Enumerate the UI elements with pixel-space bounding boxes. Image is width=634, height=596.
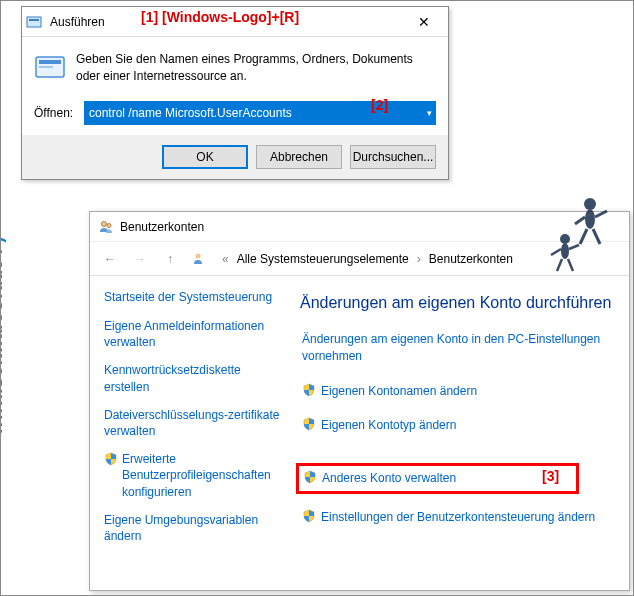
annotation-3: [3] xyxy=(542,468,559,484)
svg-point-9 xyxy=(585,209,595,229)
svg-line-12 xyxy=(580,229,587,244)
svg-line-18 xyxy=(557,259,562,271)
run-title-icon xyxy=(26,14,42,30)
nav-forward-button[interactable]: → xyxy=(128,247,152,271)
svg-rect-1 xyxy=(29,19,39,21)
sidebar-home-link[interactable]: Startseite der Systemsteuerung xyxy=(104,290,282,304)
close-button[interactable]: ✕ xyxy=(404,8,444,36)
cp-title: Benutzerkonten xyxy=(120,220,204,234)
link-manage-other-account[interactable]: Anderes Konto verwalten xyxy=(296,463,579,494)
annotation-1: [1] [Windows-Logo]+[R] xyxy=(141,9,299,25)
open-label: Öffnen: xyxy=(34,106,74,120)
svg-point-5 xyxy=(102,221,107,226)
shield-icon xyxy=(302,509,316,523)
svg-line-11 xyxy=(595,211,607,217)
link-uac-settings[interactable]: Einstellungen der Benutzerkontensteuerun… xyxy=(300,506,619,529)
annotation-2: [2] xyxy=(371,97,388,113)
svg-point-15 xyxy=(561,243,569,259)
watermark: www.SoftwareOK.de :-) xyxy=(0,237,7,435)
browse-button[interactable]: Durchsuchen... xyxy=(350,145,436,169)
sidebar-item-env-vars[interactable]: Eigene Umgebungsvariablen ändern xyxy=(104,512,282,544)
svg-line-17 xyxy=(569,245,579,249)
shield-icon xyxy=(104,452,118,466)
svg-line-10 xyxy=(575,217,585,224)
breadcrumb-1[interactable]: Alle Systemsteuerungselemente xyxy=(237,252,409,266)
shield-icon xyxy=(302,383,316,397)
cancel-button[interactable]: Abbrechen xyxy=(256,145,342,169)
svg-point-6 xyxy=(107,223,111,227)
link-change-name[interactable]: Eigenen Kontonamen ändern xyxy=(300,380,619,403)
decoration-figures xyxy=(535,189,625,279)
svg-rect-0 xyxy=(27,17,41,27)
cp-heading: Änderungen am eigenen Konto durchführen xyxy=(300,294,619,312)
svg-point-7 xyxy=(196,253,201,258)
svg-line-16 xyxy=(551,249,561,255)
svg-point-8 xyxy=(584,198,596,210)
ok-button[interactable]: OK xyxy=(162,145,248,169)
cp-sidebar: Startseite der Systemsteuerung Eigene An… xyxy=(90,276,290,590)
shield-icon xyxy=(303,470,317,484)
link-change-type[interactable]: Eigenen Kontotyp ändern xyxy=(300,414,619,437)
chevron-right-icon: › xyxy=(417,252,421,266)
run-body: Geben Sie den Namen eines Programms, Ord… xyxy=(22,37,448,135)
user-accounts-icon xyxy=(98,219,114,235)
svg-line-13 xyxy=(593,229,600,244)
svg-rect-3 xyxy=(39,60,61,64)
run-dialog: Ausführen ✕ Geben Sie den Namen eines Pr… xyxy=(21,6,449,180)
breadcrumb-2[interactable]: Benutzerkonten xyxy=(429,252,513,266)
sidebar-item-credentials[interactable]: Eigene Anmeldeinformationen verwalten xyxy=(104,318,282,350)
cp-main: Änderungen am eigenen Konto durchführen … xyxy=(290,276,629,590)
nav-up-button[interactable]: ↑ xyxy=(158,247,182,271)
svg-rect-4 xyxy=(39,66,53,68)
run-button-bar: OK Abbrechen Durchsuchen... xyxy=(22,135,448,179)
breadcrumb-sep-icon: « xyxy=(222,252,229,266)
sidebar-item-encryption-certs[interactable]: Dateiverschlüsselungs-zertifikate verwal… xyxy=(104,407,282,439)
breadcrumb-icon xyxy=(192,251,208,267)
svg-point-14 xyxy=(560,234,570,244)
svg-line-19 xyxy=(568,259,573,271)
shield-icon xyxy=(302,417,316,431)
sidebar-item-advanced-profiles[interactable]: Erweiterte Benutzerprofileigenschaften k… xyxy=(104,451,282,500)
nav-back-button[interactable]: ← xyxy=(98,247,122,271)
link-pc-settings[interactable]: Änderungen am eigenen Konto in den PC-Ei… xyxy=(300,328,619,368)
run-icon xyxy=(34,51,66,83)
sidebar-item-password-reset[interactable]: Kennwortrücksetzdiskette erstellen xyxy=(104,362,282,394)
run-description: Geben Sie den Namen eines Programms, Ord… xyxy=(76,51,436,85)
